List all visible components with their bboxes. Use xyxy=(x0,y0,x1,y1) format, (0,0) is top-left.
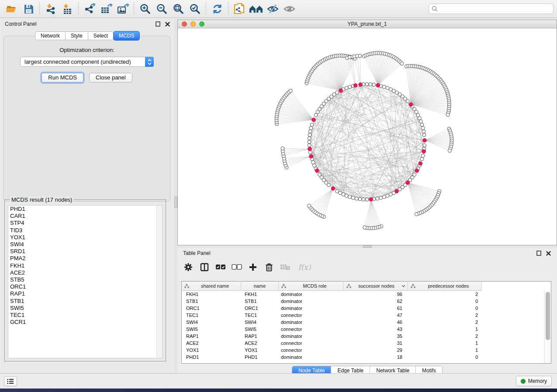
cell[interactable]: SWI4 xyxy=(241,320,279,325)
tab-select[interactable]: Select xyxy=(88,31,114,40)
cell[interactable]: 2 xyxy=(408,292,482,297)
table-row[interactable]: YOX1YOX1connector291 xyxy=(182,347,544,354)
mcds-result-scrollbar[interactable] xyxy=(156,206,162,358)
splitter-handle[interactable] xyxy=(174,196,177,208)
cell[interactable]: 43 xyxy=(344,327,408,332)
vertical-splitter[interactable] xyxy=(174,18,177,373)
function-builder-button[interactable]: f(x) xyxy=(295,261,314,274)
cell[interactable]: STB1 xyxy=(182,299,241,304)
open-file-button[interactable] xyxy=(3,1,20,16)
close-panel-icon[interactable] xyxy=(165,21,170,27)
cell[interactable]: 0 xyxy=(408,299,482,304)
cell[interactable]: dominator xyxy=(279,292,344,297)
mcds-result-item[interactable]: FKH1 xyxy=(8,262,162,269)
tab-mcds[interactable]: MCDS xyxy=(113,31,140,41)
cell[interactable]: connector xyxy=(279,340,344,346)
tab-style[interactable]: Style xyxy=(65,31,88,40)
cell[interactable]: 29 xyxy=(344,347,408,353)
cell[interactable]: 46 xyxy=(344,320,408,325)
cell[interactable]: connector xyxy=(279,327,344,332)
refresh-button[interactable] xyxy=(209,1,225,16)
mcds-result-item[interactable]: STB5 xyxy=(8,276,162,283)
mcds-result-item[interactable]: PMA2 xyxy=(8,255,162,262)
table-row[interactable]: RAP1RAP1dominator352 xyxy=(182,333,544,340)
cell[interactable]: 1 xyxy=(408,347,482,353)
column-header-name[interactable]: name xyxy=(241,282,279,291)
search-field[interactable] xyxy=(429,3,554,14)
cell[interactable]: connector xyxy=(279,313,344,318)
cell[interactable]: 47 xyxy=(344,313,408,318)
cell[interactable]: dominator xyxy=(279,354,344,360)
cell[interactable]: FKH1 xyxy=(241,292,279,297)
zoom-fit-button[interactable] xyxy=(170,1,187,16)
export-network-button[interactable] xyxy=(81,1,98,16)
cell[interactable]: SWI5 xyxy=(241,327,279,332)
close-panel-icon[interactable] xyxy=(546,251,551,256)
float-panel-icon[interactable] xyxy=(536,251,542,256)
deselect-all-button[interactable] xyxy=(230,261,243,274)
cell[interactable]: 2 xyxy=(408,334,482,339)
mcds-result-list[interactable]: PHD1CAR1STP4TID3YOX1SWI4SRD1PMA2FKH1ACE2… xyxy=(8,205,163,358)
cell[interactable]: TEC1 xyxy=(182,313,241,318)
cell[interactable]: dominator xyxy=(279,299,344,304)
export-table-button[interactable] xyxy=(98,1,114,16)
cell[interactable]: connector xyxy=(279,347,344,353)
save-session-button[interactable] xyxy=(20,1,37,16)
mcds-result-item[interactable]: TEC1 xyxy=(8,312,162,319)
table-scrollbar[interactable] xyxy=(544,291,551,363)
cell[interactable]: TEC1 xyxy=(241,313,279,318)
cell[interactable]: RAP1 xyxy=(241,334,279,339)
cell[interactable]: dominator xyxy=(279,306,344,311)
cell[interactable]: 62 xyxy=(344,299,408,304)
cell[interactable]: 2 xyxy=(408,313,482,318)
show-columns-button[interactable] xyxy=(198,261,211,274)
table-row[interactable]: ORC1ORC1dominator610 xyxy=(182,305,544,312)
mcds-result-item[interactable]: SRD1 xyxy=(8,248,162,255)
table-row[interactable]: SWI4SWI4dominator462 xyxy=(182,319,544,326)
memory-button[interactable]: Memory xyxy=(516,376,552,386)
cell[interactable]: PHD1 xyxy=(182,354,241,360)
cell[interactable]: ACE2 xyxy=(182,340,241,346)
zoom-in-button[interactable] xyxy=(137,1,153,16)
close-panel-button[interactable]: Close panel xyxy=(89,73,132,83)
tab-network[interactable]: Network xyxy=(35,31,65,40)
network-graph[interactable] xyxy=(178,28,556,245)
zoom-out-button[interactable] xyxy=(153,1,170,16)
optimization-criterion-select[interactable]: largest connected component (undirected) xyxy=(20,57,154,67)
table-row[interactable]: STB1STB1dominator620 xyxy=(182,298,544,305)
cell[interactable]: dominator xyxy=(279,334,344,339)
import-table-button[interactable] xyxy=(59,1,76,16)
mcds-result-item[interactable]: SWI5 xyxy=(8,305,162,312)
mcds-result-item[interactable]: CAR1 xyxy=(8,213,162,220)
search-input[interactable] xyxy=(438,4,550,13)
mcds-result-item[interactable]: TID3 xyxy=(8,227,162,234)
cell[interactable]: YOX1 xyxy=(241,347,279,353)
network-canvas[interactable] xyxy=(178,28,557,245)
cell[interactable]: 31 xyxy=(344,340,408,346)
run-mcds-button[interactable]: Run MCDS xyxy=(42,73,83,83)
float-panel-icon[interactable] xyxy=(155,21,161,27)
column-header-MCDS-role[interactable]: MCDS role xyxy=(279,282,344,291)
column-header-predecessor-nodes[interactable]: predecessor nodes xyxy=(408,282,482,291)
table-row[interactable]: SWI5SWI5connector431 xyxy=(182,326,544,333)
cell[interactable]: 61 xyxy=(344,306,408,311)
cell[interactable]: 0 xyxy=(408,306,482,311)
clone-network-button[interactable] xyxy=(231,1,248,16)
cell[interactable]: ORC1 xyxy=(182,306,241,311)
cell[interactable]: dominator xyxy=(279,320,344,325)
cell[interactable]: PHD1 xyxy=(241,354,279,360)
cell[interactable]: STB1 xyxy=(241,299,279,304)
export-image-button[interactable] xyxy=(114,1,131,16)
zoom-selected-button[interactable] xyxy=(187,1,203,16)
delete-table-button[interactable] xyxy=(279,261,292,274)
mcds-result-item[interactable]: STB1 xyxy=(8,298,162,305)
cell[interactable]: 35 xyxy=(344,334,408,339)
cell[interactable]: YOX1 xyxy=(182,347,241,353)
show-all-button[interactable] xyxy=(281,1,298,16)
add-column-button[interactable] xyxy=(246,261,259,274)
scrollbar-thumb[interactable] xyxy=(546,292,550,340)
select-all-button[interactable] xyxy=(214,261,227,274)
cell[interactable]: ORC1 xyxy=(241,306,279,311)
mcds-result-item[interactable]: ACE2 xyxy=(8,269,162,276)
mcds-result-item[interactable]: YOX1 xyxy=(8,234,162,241)
